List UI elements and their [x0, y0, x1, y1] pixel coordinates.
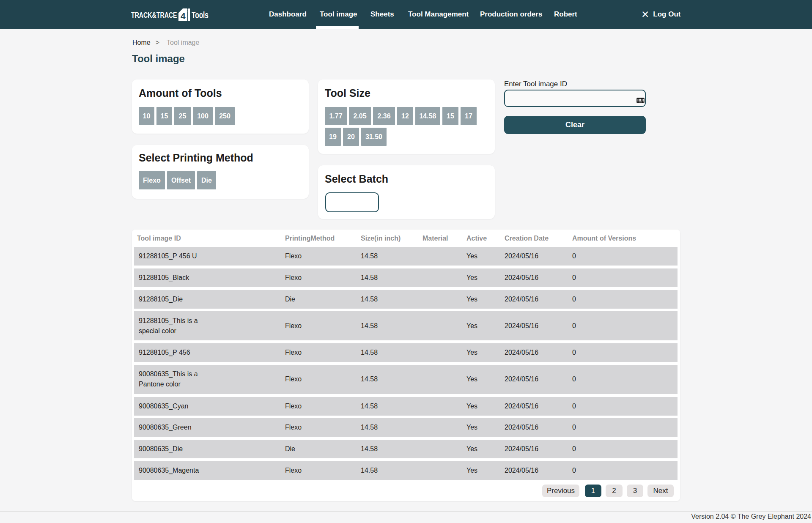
svg-text:4: 4 [181, 11, 186, 21]
